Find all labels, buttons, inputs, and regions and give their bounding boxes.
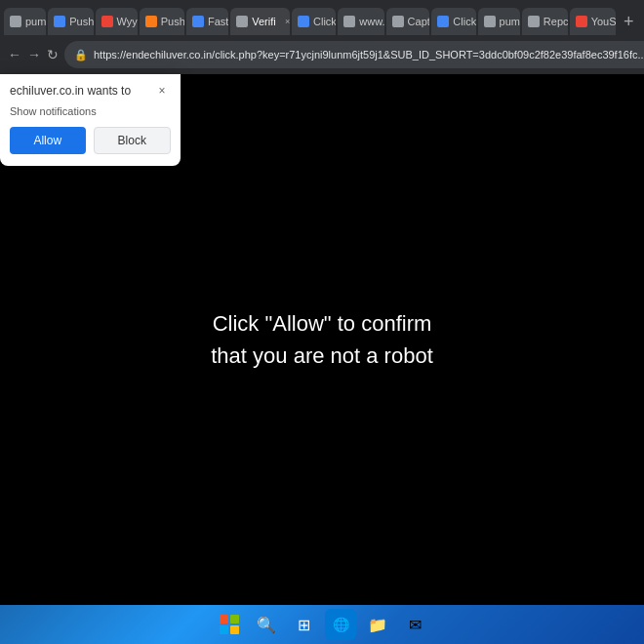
tab-12[interactable]: Repc [522, 8, 568, 35]
win-logo-red [220, 615, 228, 624]
taskview-button[interactable]: ⊞ [288, 609, 319, 640]
tab-label-13: YouS [591, 16, 616, 27]
address-bar-row: ← → ↻ 🔒 https://endechiluver.co.in/click… [0, 35, 644, 74]
tab-10[interactable]: Click [431, 8, 475, 35]
tab-2[interactable]: Push [48, 8, 93, 35]
windows-logo [220, 615, 239, 634]
tab-label-4: Push [161, 16, 184, 27]
forward-button[interactable]: → [27, 41, 41, 68]
popup-close-button[interactable]: × [153, 82, 171, 100]
tab-label-10: Click [453, 16, 475, 27]
win-logo-blue [220, 625, 228, 634]
tab-label-3: Wyy [117, 16, 138, 27]
tab-favicon-8 [343, 16, 355, 27]
tab-favicon-11 [484, 16, 496, 27]
page-main-text: Click "Allow" to confirm that you are no… [211, 307, 433, 372]
browser-chrome: pum Push Wyy Push Fast Verifi × Click [0, 0, 644, 74]
page-content: echiluver.co.in wants to × Show notifica… [0, 74, 644, 605]
tab-label-11: pum [500, 16, 520, 27]
popup-subtitle: Show notifications [0, 103, 181, 127]
back-button[interactable]: ← [8, 41, 21, 68]
win-logo-green [230, 615, 239, 624]
tab-label-5: Fast [208, 16, 228, 27]
popup-title: echiluver.co.in wants to [10, 84, 131, 98]
tab-label-6: Verifi [252, 16, 275, 27]
tab-label-12: Repc [543, 16, 568, 27]
tab-label-9: Capt [408, 16, 430, 27]
tab-9[interactable]: Capt [386, 8, 430, 35]
win-logo-yellow [230, 625, 239, 634]
notification-popup: echiluver.co.in wants to × Show notifica… [0, 74, 181, 166]
windows-start-button[interactable] [214, 609, 245, 640]
allow-button[interactable]: Allow [10, 127, 86, 154]
tab-8[interactable]: www. [338, 8, 383, 35]
tab-favicon-12 [528, 16, 540, 27]
page-text-line2: that you are not a robot [211, 340, 433, 372]
tab-1[interactable]: pum [4, 8, 46, 35]
tab-5[interactable]: Fast [186, 8, 228, 35]
address-bar[interactable]: 🔒 https://endechiluver.co.in/click.php?k… [64, 41, 644, 68]
tab-favicon-13 [576, 16, 587, 27]
reload-button[interactable]: ↻ [47, 41, 59, 68]
tab-11[interactable]: pum [478, 8, 520, 35]
page-text-line1: Click "Allow" to confirm [211, 307, 433, 340]
tab-favicon-1 [10, 16, 21, 27]
lock-icon: 🔒 [74, 48, 88, 61]
tab-7[interactable]: Click [292, 8, 336, 35]
mail-taskbar-icon[interactable]: ✉ [399, 609, 430, 640]
tab-13[interactable]: YouS [570, 8, 616, 35]
tab-bar: pum Push Wyy Push Fast Verifi × Click [0, 0, 644, 35]
tab-favicon-4 [145, 16, 157, 27]
tab-label-7: Click [313, 16, 336, 27]
tab-6[interactable]: Verifi × [230, 8, 290, 35]
tab-favicon-2 [54, 16, 65, 27]
address-text: https://endechiluver.co.in/click.php?key… [94, 49, 644, 60]
popup-actions: Allow Block [0, 127, 181, 166]
tab-label-2: Push [69, 16, 93, 27]
taskbar: 🔍 ⊞ 🌐 📁 ✉ [0, 605, 644, 644]
search-taskbar-button[interactable]: 🔍 [251, 609, 282, 640]
tab-favicon-10 [437, 16, 449, 27]
tab-favicon-3 [101, 16, 113, 27]
explorer-taskbar-icon[interactable]: 📁 [362, 609, 393, 640]
taskbar-inner: 🔍 ⊞ 🌐 📁 ✉ [214, 609, 430, 640]
tab-favicon-7 [298, 16, 309, 27]
tab-favicon-6 [236, 16, 248, 27]
tab-favicon-5 [192, 16, 204, 27]
edge-taskbar-icon[interactable]: 🌐 [325, 609, 356, 640]
new-tab-button[interactable]: + [618, 8, 640, 35]
tab-close-icon[interactable]: × [282, 16, 290, 27]
tab-3[interactable]: Wyy [96, 8, 138, 35]
block-button[interactable]: Block [94, 127, 172, 154]
popup-header: echiluver.co.in wants to × [0, 74, 181, 103]
tab-label-8: www. [359, 16, 383, 27]
tab-4[interactable]: Push [140, 8, 184, 35]
tab-label-1: pum [25, 16, 46, 27]
tab-favicon-9 [392, 16, 404, 27]
